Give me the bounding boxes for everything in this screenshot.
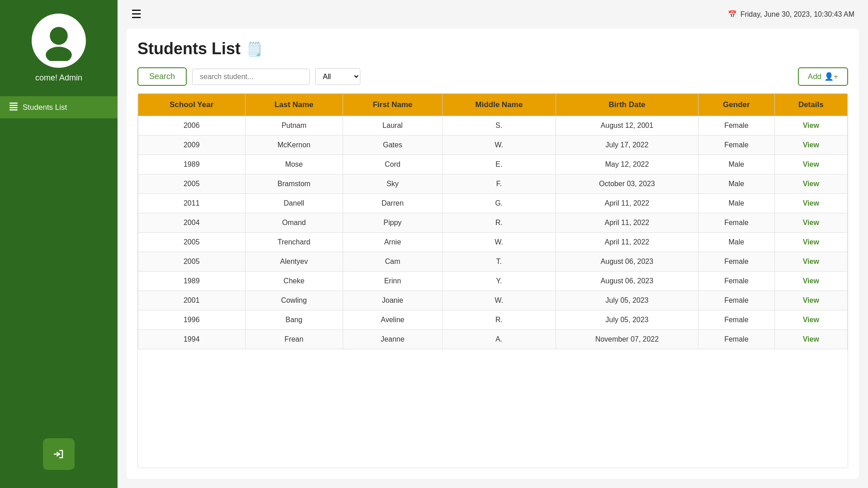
search-button[interactable]: Search [137, 67, 187, 86]
list-icon [9, 102, 18, 113]
add-button[interactable]: Add 👤+ [798, 67, 848, 86]
page-title: Students List 🗒️ [137, 39, 848, 58]
cell-middle-name: W. [442, 233, 556, 252]
cell-details[interactable]: View [774, 310, 847, 330]
view-link[interactable]: View [803, 238, 819, 246]
col-gender: Gender [698, 94, 774, 116]
cell-first-name: Cord [343, 155, 442, 174]
svg-rect-2 [9, 103, 18, 104]
table-row: 2001 Cowling Joanie W. July 05, 2023 Fem… [138, 291, 848, 310]
cell-last-name: Bang [245, 310, 343, 330]
cell-school-year: 2005 [138, 233, 245, 252]
filter-select[interactable]: All Male Female [315, 68, 360, 85]
cell-first-name: Cam [343, 252, 442, 272]
toolbar: Search All Male Female Add 👤+ [137, 67, 848, 86]
cell-details[interactable]: View [774, 116, 847, 136]
cell-first-name: Pippy [343, 213, 442, 233]
table-row: 1989 Cheke Erinn Y. August 06, 2023 Fema… [138, 272, 848, 291]
cell-details[interactable]: View [774, 233, 847, 252]
cell-last-name: Trenchard [245, 233, 343, 252]
svg-rect-4 [9, 107, 18, 108]
view-link[interactable]: View [803, 296, 819, 304]
sidebar: come! Admin Students List [0, 0, 118, 488]
table-row: 2004 Omand Pippy R. April 11, 2022 Femal… [138, 213, 848, 233]
col-school-year: School Year [138, 94, 245, 116]
cell-birth-date: July 05, 2023 [556, 291, 698, 310]
students-table-container[interactable]: School Year Last Name First Name Middle … [137, 93, 848, 468]
view-link[interactable]: View [803, 335, 819, 343]
cell-school-year: 1989 [138, 272, 245, 291]
view-link[interactable]: View [803, 160, 819, 168]
cell-first-name: Darren [343, 194, 442, 213]
cell-birth-date: April 11, 2022 [556, 194, 698, 213]
cell-first-name: Sky [343, 174, 442, 194]
datetime-text: Friday, June 30, 2023, 10:30:43 AM [741, 10, 854, 19]
cell-details[interactable]: View [774, 330, 847, 349]
students-list-label: Students List [23, 103, 67, 112]
view-link[interactable]: View [803, 180, 819, 188]
cell-middle-name: T. [442, 252, 556, 272]
hamburger-menu[interactable]: ☰ [131, 7, 142, 21]
table-row: 1989 Mose Cord E. May 12, 2022 Male View [138, 155, 848, 174]
logout-button[interactable] [43, 438, 75, 470]
view-link[interactable]: View [803, 141, 819, 149]
table-row: 2005 Alentyev Cam T. August 06, 2023 Fem… [138, 252, 848, 272]
cell-details[interactable]: View [774, 174, 847, 194]
cell-middle-name: W. [442, 291, 556, 310]
cell-birth-date: July 05, 2023 [556, 310, 698, 330]
svg-point-1 [46, 47, 72, 61]
main-content: ☰ 📅 Friday, June 30, 2023, 10:30:43 AM S… [118, 0, 868, 488]
cell-school-year: 2001 [138, 291, 245, 310]
cell-last-name: McKernon [245, 136, 343, 155]
sidebar-item-students-list[interactable]: Students List [0, 96, 118, 118]
cell-school-year: 2011 [138, 194, 245, 213]
cell-last-name: Cheke [245, 272, 343, 291]
cell-gender: Male [698, 194, 774, 213]
cell-details[interactable]: View [774, 136, 847, 155]
cell-last-name: Bramstom [245, 174, 343, 194]
cell-school-year: 1996 [138, 310, 245, 330]
cell-first-name: Erinn [343, 272, 442, 291]
cell-birth-date: April 11, 2022 [556, 213, 698, 233]
page-title-text: Students List [137, 39, 241, 58]
table-row: 2011 Danell Darren G. April 11, 2022 Mal… [138, 194, 848, 213]
view-link[interactable]: View [803, 122, 819, 129]
table-row: 2006 Putnam Laural S. August 12, 2001 Fe… [138, 116, 848, 136]
avatar [32, 14, 86, 68]
cell-details[interactable]: View [774, 213, 847, 233]
cell-middle-name: A. [442, 330, 556, 349]
col-middle-name: Middle Name [442, 94, 556, 116]
table-row: 2005 Bramstom Sky F. October 03, 2023 Ma… [138, 174, 848, 194]
view-link[interactable]: View [803, 219, 819, 226]
cell-middle-name: R. [442, 310, 556, 330]
view-link[interactable]: View [803, 199, 819, 207]
cell-middle-name: G. [442, 194, 556, 213]
search-input[interactable] [192, 69, 310, 85]
cell-first-name: Jeanne [343, 330, 442, 349]
cell-details[interactable]: View [774, 272, 847, 291]
view-link[interactable]: View [803, 316, 819, 324]
cell-birth-date: July 17, 2022 [556, 136, 698, 155]
cell-details[interactable]: View [774, 291, 847, 310]
cell-middle-name: R. [442, 213, 556, 233]
cell-last-name: Cowling [245, 291, 343, 310]
add-icon: 👤+ [824, 72, 838, 81]
cell-school-year: 2005 [138, 174, 245, 194]
table-row: 1994 Frean Jeanne A. November 07, 2022 F… [138, 330, 848, 349]
cell-school-year: 2005 [138, 252, 245, 272]
view-link[interactable]: View [803, 277, 819, 285]
datetime-display: 📅 Friday, June 30, 2023, 10:30:43 AM [728, 10, 854, 19]
view-link[interactable]: View [803, 258, 819, 265]
cell-middle-name: E. [442, 155, 556, 174]
cell-middle-name: F. [442, 174, 556, 194]
cell-first-name: Laural [343, 116, 442, 136]
cell-last-name: Frean [245, 330, 343, 349]
col-details: Details [774, 94, 847, 116]
cell-details[interactable]: View [774, 252, 847, 272]
cell-details[interactable]: View [774, 194, 847, 213]
cell-gender: Female [698, 252, 774, 272]
cell-gender: Male [698, 155, 774, 174]
cell-details[interactable]: View [774, 155, 847, 174]
cell-gender: Female [698, 310, 774, 330]
cell-last-name: Putnam [245, 116, 343, 136]
